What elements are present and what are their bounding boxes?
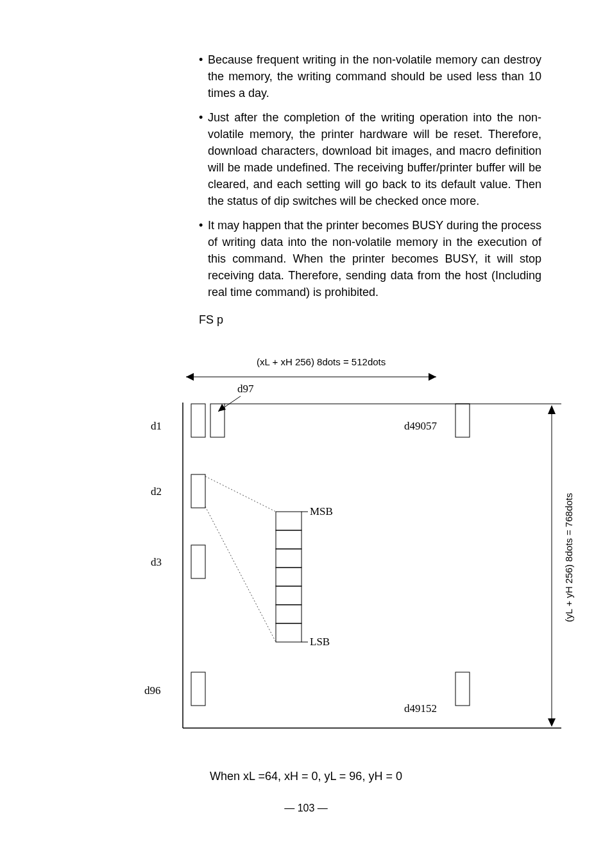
diagram-right-label: (yL + yH 256) 8dots = 768dots [563, 493, 574, 622]
svg-marker-1 [186, 373, 194, 381]
d1-label: d1 [151, 420, 162, 432]
bullet-marker: • [199, 109, 208, 209]
list-item: • Just after the completion of the writi… [199, 109, 541, 209]
svg-line-13 [205, 476, 276, 512]
svg-marker-2 [429, 373, 436, 381]
fsp-label: FS p [199, 313, 548, 327]
bullet-marker: • [199, 217, 208, 300]
svg-rect-18 [276, 568, 302, 586]
diagram-caption: When xL =64, xH = 0, yL = 96, yH = 0 [64, 770, 548, 783]
svg-rect-24 [191, 545, 205, 578]
svg-rect-12 [191, 474, 205, 508]
d3-label: d3 [151, 556, 162, 568]
msb-label: MSB [310, 505, 333, 517]
bullet-text: Because frequent writing in the non-vola… [208, 51, 541, 101]
svg-rect-16 [276, 530, 302, 549]
d49057-label: d49057 [404, 420, 438, 432]
svg-rect-25 [191, 672, 205, 706]
svg-rect-26 [455, 672, 470, 706]
d49152-label: d49152 [404, 702, 437, 715]
svg-marker-28 [548, 405, 556, 414]
bullet-text: It may happen that the printer becomes B… [208, 217, 541, 300]
list-item: • Because frequent writing in the non-vo… [199, 51, 541, 101]
svg-rect-17 [276, 549, 302, 568]
bullet-marker: • [199, 51, 208, 101]
page-content: • Because frequent writing in the non-vo… [0, 0, 612, 853]
diagram-top-label: (xL + xH 256) 8dots = 512dots [257, 356, 386, 367]
svg-rect-19 [276, 586, 302, 605]
svg-rect-7 [191, 404, 205, 437]
svg-line-14 [205, 507, 276, 642]
list-item: • It may happen that the printer becomes… [199, 217, 541, 300]
svg-rect-10 [455, 404, 470, 437]
bullet-text: Just after the completion of the writing… [208, 109, 541, 209]
d96-label: d96 [144, 684, 161, 697]
svg-rect-21 [276, 623, 302, 642]
svg-marker-29 [548, 718, 556, 727]
d97-label: d97 [237, 383, 254, 395]
lsb-label: LSB [310, 636, 330, 648]
bit-image-diagram: (xL + xH 256) 8dots = 512dots d97 d1 d49… [115, 352, 603, 751]
svg-rect-20 [276, 605, 302, 623]
d2-label: d2 [151, 485, 162, 498]
svg-rect-15 [276, 512, 302, 530]
page-number: — 103 — [64, 803, 548, 814]
bullet-list: • Because frequent writing in the non-vo… [199, 51, 541, 300]
